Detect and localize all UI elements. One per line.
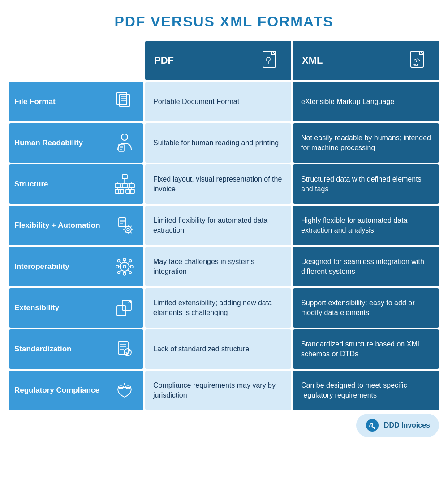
svg-line-59 [120,262,121,264]
pdf-header-cell: PDF [145,41,291,80]
table-row: File Format Portable Document Format eXt… [9,82,439,121]
row-label-text: Regulatory Compliance [14,385,108,395]
table-row: Extensibility Limited extensibility; add… [9,288,439,328]
pdf-header-label: PDF [154,55,174,66]
pdf-cell-interoperability: May face challenges in systems integrati… [145,247,291,286]
row-label-structure: Structure [9,164,143,204]
xml-header-cell: XML </> XML [293,41,439,80]
xml-cell-standardization: Standardized structure based on XML sche… [293,329,439,369]
svg-rect-67 [117,306,126,316]
svg-text:</>: </> [414,58,420,63]
xml-cell-extensibility: Support extensibility: easy to add or mo… [293,288,439,328]
row-label-regulatory: Regulatory Compliance [9,371,143,410]
file-format-icon [111,88,138,115]
row-label-text: Extensibility [14,303,108,313]
svg-rect-18 [129,184,134,188]
svg-rect-24 [126,189,131,193]
comparison-table: PDF XML </> XML [9,41,439,437]
svg-rect-16 [115,184,120,188]
brand-name: DDD Invoices [384,421,430,429]
row-label-text: Structure [14,179,108,189]
svg-line-45 [130,232,132,233]
interoperability-icon [111,253,138,280]
xml-cell-interoperability: Designed for seamless integration with d… [293,247,439,286]
header-empty-cell [9,41,143,80]
svg-line-78 [127,350,130,354]
row-label-standardization: Standardization [9,329,143,369]
row-label-human-readability: Human Readability [9,123,143,163]
standardization-icon [111,336,138,363]
table-header: PDF XML </> XML [9,41,439,80]
svg-rect-15 [122,175,127,179]
table-row: Structure [9,164,439,204]
svg-rect-34 [129,189,134,193]
xml-header-label: XML [302,55,323,66]
pdf-header-icon [259,49,282,72]
structure-icon [111,171,138,198]
svg-rect-33 [115,189,120,193]
svg-rect-23 [119,189,124,193]
pdf-cell-human-readability: Suitable for human reading and printing [145,123,291,163]
table-row: Regulatory Compliance Compliance require… [9,371,439,410]
svg-point-66 [129,271,131,273]
svg-line-46 [130,226,132,227]
svg-point-50 [123,265,126,268]
row-label-interoperability: Interoperability [9,247,143,286]
row-label-flexibility: Flexibility + Automation [9,206,143,245]
row-label-text: Standardization [14,344,108,354]
svg-line-47 [125,232,126,233]
svg-rect-0 [263,51,276,67]
table-row: Standardization Lack of standardized str… [9,329,439,369]
row-label-text: File Format [14,97,108,107]
xml-cell-regulatory: Can be designed to meet specific regulat… [293,371,439,410]
table-row: Flexibility + Automation [9,206,439,245]
regulatory-icon [111,377,138,404]
row-label-text: Flexibility + Automation [14,221,108,230]
row-label-file-format: File Format [9,82,143,121]
row-label-text: Interoperability [14,262,108,272]
svg-line-61 [120,270,121,272]
svg-point-48 [127,228,129,231]
svg-rect-17 [122,184,127,188]
xml-cell-human-readability: Not easily readable by humans; intended … [293,123,439,163]
svg-line-62 [128,270,129,272]
row-label-text: Human Readability [14,138,108,148]
flexibility-icon [111,212,138,239]
svg-text:XML: XML [413,64,420,67]
table-row: Interoperability [9,247,439,286]
svg-point-65 [117,271,120,273]
pdf-cell-structure: Fixed layout, visual representation of t… [145,164,291,204]
human-readability-icon [111,130,138,156]
svg-rect-72 [118,342,128,354]
extensibility-icon [111,294,138,321]
brand-logo-icon [365,418,379,432]
pdf-cell-standardization: Lack of standardized structure [145,329,291,369]
page-title: PDF VERSUS XML FORMATS [114,13,333,30]
svg-point-64 [129,259,131,262]
svg-point-10 [121,134,128,140]
svg-point-76 [124,349,131,356]
xml-cell-file-format: eXtensible Markup Language [293,82,439,121]
table-row: Human Readability Suitable for human rea… [9,123,439,163]
brand-badge: DDD Invoices [356,414,439,437]
svg-rect-35 [119,218,126,227]
pdf-cell-flexibility: Limited flexibility for automated data e… [145,206,291,245]
svg-point-63 [117,259,120,262]
row-label-extensibility: Extensibility [9,288,143,328]
footer: DDD Invoices [9,414,439,437]
pdf-cell-file-format: Portable Document Format [145,82,291,121]
xml-cell-structure: Structured data with defined elements an… [293,164,439,204]
pdf-cell-extensibility: Limited extensibility; adding new data e… [145,288,291,328]
svg-line-60 [128,262,129,264]
xml-header-icon: </> XML [407,49,430,72]
svg-point-39 [125,226,131,233]
xml-cell-flexibility: Highly flexible for automated data extra… [293,206,439,245]
pdf-cell-regulatory: Compliance requirements may vary by juri… [145,371,291,410]
